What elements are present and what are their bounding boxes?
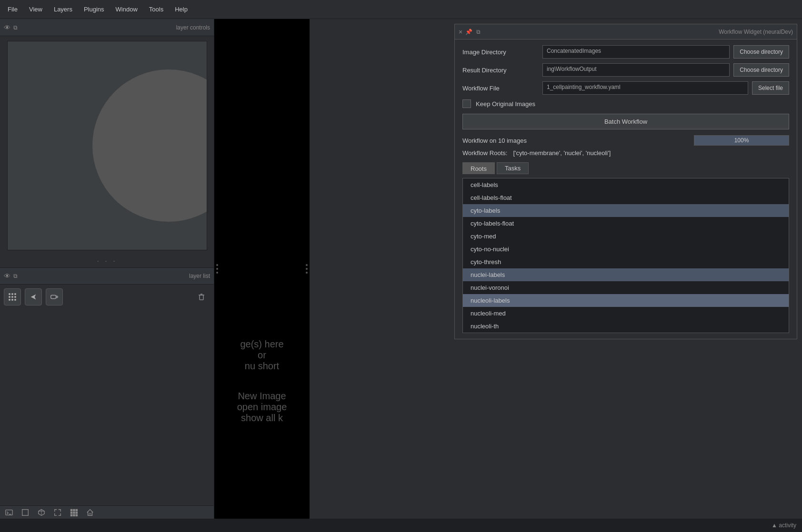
- result-directory-button[interactable]: Choose directory: [733, 63, 789, 77]
- expand-button[interactable]: [52, 507, 63, 518]
- cube-button[interactable]: [36, 507, 47, 518]
- list-item[interactable]: cyto-no-nuclei: [463, 243, 789, 256]
- workflow-file-row: Workflow File 1_cellpainting_workflow.ya…: [462, 81, 789, 95]
- workflow-list[interactable]: cell-labels cell-labels-float cyto-label…: [462, 178, 789, 333]
- right-panel: × 📌 ⧉ Workflow Widget (neuralDev) Image …: [310, 19, 802, 519]
- svg-rect-16: [76, 512, 78, 514]
- menu-window[interactable]: Window: [116, 6, 138, 13]
- svg-rect-3: [200, 295, 203, 300]
- tag-icon: [50, 293, 59, 301]
- list-item[interactable]: cyto-labels: [463, 204, 789, 217]
- keep-original-label: Keep Original Images: [476, 100, 535, 108]
- progress-label: Workflow on 10 images: [462, 137, 688, 144]
- delete-layer-button[interactable]: [193, 288, 210, 305]
- list-item[interactable]: nuclei-voronoi: [463, 281, 789, 294]
- keep-original-checkbox[interactable]: [462, 99, 471, 108]
- batch-workflow-button[interactable]: Batch Workflow: [462, 114, 789, 129]
- image-directory-button[interactable]: Choose directory: [733, 45, 789, 59]
- layer-list-header: 👁 ⧉ layer list: [0, 267, 214, 285]
- list-item[interactable]: cyto-labels-float: [463, 217, 789, 230]
- widget-body: Image Directory ConcatenatedImages Choos…: [455, 39, 797, 339]
- widget-titlebar: × 📌 ⧉ Workflow Widget (neuralDev): [455, 24, 797, 39]
- list-item[interactable]: cell-labels: [463, 178, 789, 191]
- left-panel: 👁 ⧉ layer controls · · · 👁 ⧉ layer list: [0, 19, 214, 519]
- main-area: 👁 ⧉ layer controls · · · 👁 ⧉ layer list: [0, 19, 802, 519]
- square-icon: [21, 508, 30, 517]
- points-tool-button[interactable]: [4, 288, 21, 305]
- widget-icons: 📌 ⧉: [465, 29, 481, 35]
- list-item[interactable]: nucleoli-th: [463, 320, 789, 333]
- terminal-button[interactable]: [4, 507, 14, 518]
- image-directory-row: Image Directory ConcatenatedImages Choos…: [462, 45, 789, 59]
- points-icon: [9, 293, 16, 301]
- header-icons: 👁 ⧉: [4, 24, 18, 31]
- shapes-tool-button[interactable]: [25, 288, 42, 305]
- svg-rect-12: [73, 509, 75, 511]
- menu-help[interactable]: Help: [175, 6, 188, 13]
- terminal-icon: [5, 508, 13, 517]
- workflow-widget: × 📌 ⧉ Workflow Widget (neuralDev) Image …: [454, 24, 797, 339]
- list-item[interactable]: nuclei-labels: [463, 268, 789, 281]
- widget-copy-icon[interactable]: ⧉: [476, 29, 481, 35]
- menu-file[interactable]: File: [8, 6, 18, 13]
- widget-close-button[interactable]: ×: [459, 28, 462, 36]
- arrow-icon: [29, 293, 38, 301]
- svg-rect-8: [22, 509, 29, 515]
- list-item[interactable]: cyto-thresh: [463, 256, 789, 268]
- canvas-placeholder-text: ge(s) here or nu short New Image open im…: [237, 339, 287, 424]
- eye-icon-2[interactable]: 👁: [4, 272, 10, 280]
- widget-title: Workflow Widget (neuralDev): [719, 29, 793, 35]
- workflow-file-label: Workflow File: [462, 85, 539, 92]
- list-item[interactable]: cyto-med: [463, 230, 789, 243]
- workflow-roots-row: Workflow Roots: ['cyto-membrane', 'nucle…: [462, 149, 789, 157]
- list-item[interactable]: cell-labels-float: [463, 191, 789, 204]
- list-item[interactable]: nucleoli-labels: [463, 294, 789, 307]
- svg-rect-19: [76, 514, 78, 516]
- svg-rect-1: [51, 295, 56, 298]
- image-directory-label: Image Directory: [462, 49, 539, 56]
- menu-tools[interactable]: Tools: [149, 6, 163, 13]
- left-drag-handle[interactable]: [216, 264, 218, 274]
- list-item[interactable]: nucleoli-med: [463, 307, 789, 320]
- keep-original-row: Keep Original Images: [462, 99, 789, 108]
- statusbar: ▲ activity: [0, 519, 802, 532]
- center-panel: ge(s) here or nu short New Image open im…: [214, 19, 310, 519]
- layer-controls-label: layer controls: [176, 24, 210, 31]
- home-icon: [86, 508, 94, 517]
- widget-pin-icon[interactable]: 📌: [465, 29, 472, 35]
- tab-roots[interactable]: Roots: [462, 162, 495, 174]
- canvas-area: [7, 41, 207, 250]
- workflow-file-value: 1_cellpainting_workflow.yaml: [542, 81, 748, 95]
- svg-rect-17: [70, 514, 73, 516]
- svg-rect-14: [70, 512, 73, 514]
- layer-list-empty: [0, 309, 214, 505]
- eye-icon[interactable]: 👁: [4, 24, 10, 31]
- menu-view[interactable]: View: [29, 6, 42, 13]
- cube-icon: [37, 508, 46, 517]
- activity-label[interactable]: ▲ activity: [772, 522, 796, 529]
- tabs-row: Roots Tasks: [462, 162, 789, 174]
- three-dots-separator: · · ·: [0, 255, 214, 267]
- grid9-button[interactable]: [69, 507, 79, 518]
- tab-tasks[interactable]: Tasks: [497, 162, 529, 174]
- home-button[interactable]: [85, 507, 95, 518]
- result-directory-value: ing\WorkflowOutput: [542, 63, 730, 77]
- expand-icon: [53, 508, 62, 517]
- workflow-roots-label: Workflow Roots:: [462, 149, 507, 157]
- right-drag-handle[interactable]: [306, 264, 308, 274]
- progress-text: 100%: [734, 137, 749, 144]
- menu-plugins[interactable]: Plugins: [84, 6, 104, 13]
- workflow-file-button[interactable]: Select file: [752, 81, 789, 95]
- square-button[interactable]: [20, 507, 30, 518]
- image-directory-value: ConcatenatedImages: [542, 45, 730, 59]
- svg-rect-11: [70, 509, 73, 511]
- copy-icon[interactable]: ⧉: [13, 24, 18, 31]
- svg-rect-18: [73, 514, 75, 516]
- menu-layers[interactable]: Layers: [54, 6, 72, 13]
- labels-tool-button[interactable]: [46, 288, 63, 305]
- menubar: File View Layers Plugins Window Tools He…: [0, 0, 802, 19]
- layer-list-icons: 👁 ⧉: [4, 272, 18, 280]
- copy-icon-2[interactable]: ⧉: [13, 273, 18, 279]
- grid9-icon: [70, 508, 78, 517]
- svg-point-2: [56, 296, 58, 298]
